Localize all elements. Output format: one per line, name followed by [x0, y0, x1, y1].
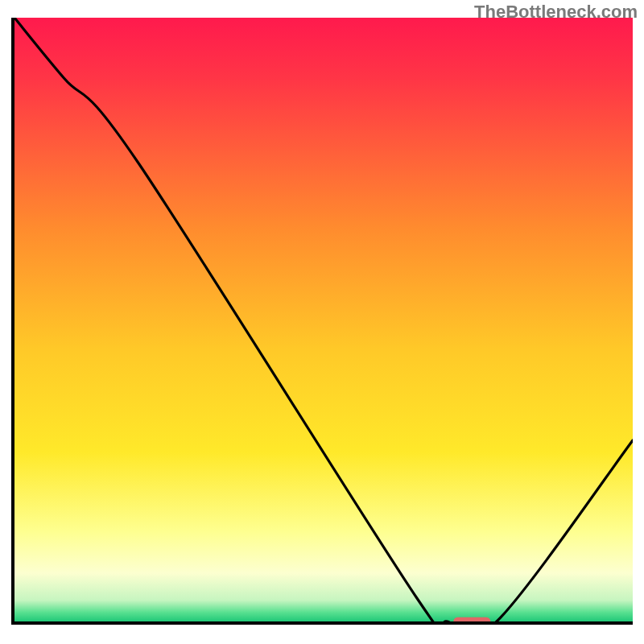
chart-background: [14, 18, 633, 621]
chart-svg: [14, 18, 633, 621]
chart-plot-area: [11, 18, 633, 625]
optimal-marker: [453, 617, 490, 621]
watermark-text: TheBottleneck.com: [474, 2, 638, 23]
